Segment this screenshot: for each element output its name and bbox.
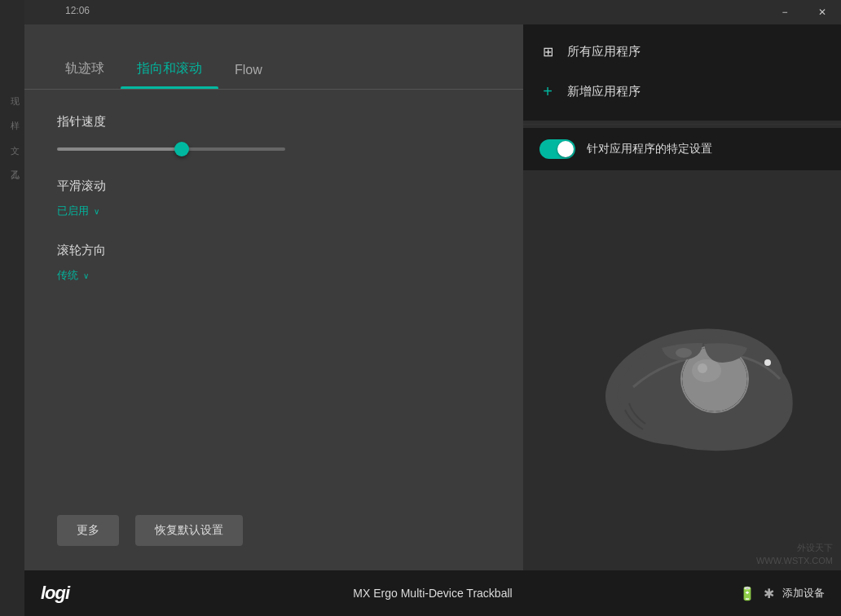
add-device-button[interactable]: 添加设备 (782, 586, 825, 601)
content-area: 轨迹球 指向和滚动 Flow 指针速度 平滑滚动 已启用 ∨ (24, 24, 841, 570)
tab-trackball[interactable]: 轨迹球 (49, 52, 121, 89)
more-button[interactable]: 更多 (57, 515, 119, 546)
all-apps-item[interactable]: ⊞ 所有应用程序 (523, 33, 841, 71)
left-panel: 轨迹球 指向和滚动 Flow 指针速度 平滑滚动 已启用 ∨ (24, 24, 523, 570)
logi-logo: logi (41, 583, 69, 604)
all-apps-icon: ⊞ (539, 44, 556, 59)
smooth-scroll-section: 平滑滚动 已启用 ∨ (57, 178, 491, 218)
smooth-scroll-value[interactable]: 已启用 ∨ (57, 204, 491, 218)
mouse-illustration-area (523, 170, 841, 570)
svg-point-7 (676, 348, 692, 358)
svg-point-6 (764, 359, 771, 366)
clock: 12:06 (65, 5, 90, 16)
pointer-speed-section: 指针速度 (57, 114, 491, 154)
battery-icon: 🔋 (739, 586, 755, 601)
app-specific-label: 针对应用程序的特定设置 (587, 142, 712, 156)
tabs-container: 轨迹球 指向和滚动 Flow (24, 24, 523, 90)
footer-right: 🔋 ✱ 添加设备 (739, 586, 825, 601)
add-app-icon: + (539, 82, 556, 101)
footer: logi MX Ergo Multi-Device Trackball 🔋 ✱ … (24, 570, 841, 616)
minimize-button[interactable]: − (766, 0, 804, 24)
device-name: MX Ergo Multi-Device Trackball (353, 587, 512, 600)
scroll-direction-label: 滚轮方向 (57, 243, 491, 258)
app-specific-toggle-row[interactable]: 针对应用程序的特定设置 (523, 128, 841, 170)
add-app-item[interactable]: + 新增应用程序 (523, 71, 841, 112)
settings-icon[interactable]: ✱ (764, 586, 774, 601)
pointer-speed-slider[interactable] (57, 147, 285, 151)
scroll-direction-value[interactable]: 传统 ∨ (57, 268, 491, 283)
title-bar: 12:06 − ✕ (24, 0, 841, 24)
smooth-scroll-label: 平滑滚动 (57, 178, 491, 194)
right-panel: ⊞ 所有应用程序 + 新增应用程序 针对应用程序的特定设置 (523, 24, 841, 570)
sidebar-hints: 现 样 文 乙儿 (0, 81, 24, 171)
add-app-label: 新增应用程序 (567, 84, 641, 99)
smooth-scroll-chevron: ∨ (94, 207, 99, 216)
reset-button[interactable]: 恢复默认设置 (135, 515, 243, 546)
app-dropdown: ⊞ 所有应用程序 + 新增应用程序 (523, 24, 841, 121)
close-button[interactable]: ✕ (804, 0, 841, 24)
settings-content: 指针速度 平滑滚动 已启用 ∨ 滚轮方向 传统 ∨ (24, 90, 523, 499)
scroll-direction-section: 滚轮方向 传统 ∨ (57, 243, 491, 283)
svg-point-5 (698, 363, 707, 373)
all-apps-label: 所有应用程序 (567, 44, 641, 59)
tab-flow[interactable]: Flow (218, 55, 279, 89)
scroll-direction-chevron: ∨ (83, 271, 89, 280)
main-window: 12:06 − ✕ 轨迹球 指向和滚动 Flow 指针速度 平滑 (24, 0, 841, 616)
mouse-svg (552, 289, 812, 452)
pointer-speed-label: 指针速度 (57, 114, 491, 130)
bottom-buttons: 更多 恢复默认设置 (24, 499, 523, 570)
tab-pointing[interactable]: 指向和滚动 (121, 52, 218, 89)
toggle-knob (557, 141, 574, 157)
menu-divider (523, 124, 841, 125)
app-specific-toggle[interactable] (539, 139, 575, 159)
